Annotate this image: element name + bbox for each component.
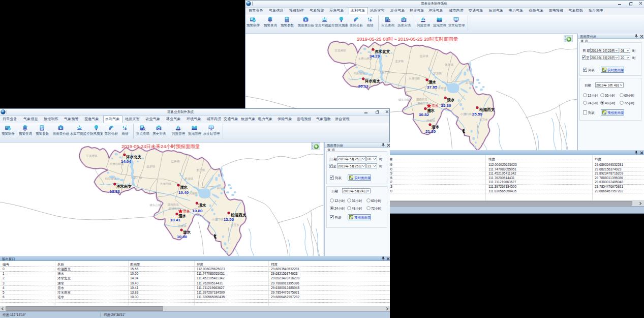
svg-text:如东镇: 如东镇	[466, 81, 474, 84]
svg-text:澴水: 澴水	[446, 98, 455, 102]
svg-text:码头铺镇: 码头铺镇	[354, 72, 365, 75]
svg-text:道水: 道水	[182, 230, 191, 235]
svg-text:松滋西支: 松滋西支	[230, 213, 247, 217]
svg-text:盐井镇: 盐井镇	[420, 54, 428, 57]
svg-text:梦溪镇: 梦溪镇	[185, 177, 193, 181]
svg-text:10.40: 10.40	[178, 190, 189, 195]
svg-text:金罗镇: 金罗镇	[146, 165, 155, 168]
svg-text:澧西街道: 澧西街道	[167, 203, 179, 207]
svg-text:澧南镇: 澧南镇	[426, 119, 435, 123]
svg-text:37.05: 37.05	[427, 85, 438, 90]
svg-text:35.30: 35.30	[441, 103, 451, 108]
svg-text:复兴镇: 复兴镇	[196, 168, 205, 172]
svg-text:松滋西支: 松滋西支	[479, 107, 495, 112]
svg-text:金罗镇: 金罗镇	[395, 60, 404, 63]
svg-text:34.29: 34.29	[370, 54, 380, 59]
svg-text:10.41: 10.41	[170, 218, 181, 222]
svg-text:2019-05-25 08时～2019-05-25 20时实: 2019-05-25 08时～2019-05-25 20时实时面雨量	[357, 36, 458, 42]
svg-text:王家厂镇: 王家厂镇	[379, 71, 391, 74]
svg-text:澧西街道: 澧西街道	[416, 98, 428, 101]
svg-text:梦溪镇: 梦溪镇	[433, 72, 442, 75]
svg-text:26.13: 26.13	[358, 84, 369, 89]
svg-text:大堰垱镇: 大堰垱镇	[409, 77, 420, 80]
svg-text:15.56: 15.56	[224, 217, 234, 222]
svg-text:城头山镇: 城头山镇	[397, 98, 410, 101]
svg-text:小渡口镇: 小渡口镇	[460, 112, 472, 116]
svg-text:14.04: 14.04	[121, 159, 132, 164]
svg-text:10.80: 10.80	[192, 209, 203, 213]
svg-text:澧浦街道: 澧浦街道	[417, 102, 429, 105]
svg-text:30.82: 30.82	[419, 112, 430, 117]
svg-text:漂水: 漂水	[179, 185, 188, 190]
svg-text:大堰垱镇: 大堰垱镇	[160, 182, 172, 185]
svg-text:澴水: 澴水	[198, 203, 206, 208]
svg-text:13.83: 13.83	[110, 189, 120, 194]
svg-text:码头铺镇: 码头铺镇	[105, 177, 117, 181]
svg-text:涔水北支: 涔水北支	[126, 155, 142, 159]
svg-text:城头山镇: 城头山镇	[149, 204, 161, 207]
svg-text:王家厂镇: 王家厂镇	[131, 176, 142, 179]
svg-text:10.00: 10.00	[177, 235, 188, 239]
svg-text:小渡口镇: 小渡口镇	[211, 218, 224, 221]
svg-text:涔南镇: 涔南镇	[189, 192, 198, 195]
svg-text:宜万乡: 宜万乡	[231, 223, 239, 226]
svg-text:漂水: 漂水	[428, 80, 437, 84]
svg-text:盐井镇: 盐井镇	[171, 160, 180, 163]
svg-text:如东镇: 如东镇	[217, 186, 226, 190]
svg-text:澧县: 澧县	[432, 104, 439, 107]
svg-text:21.20: 21.20	[425, 129, 436, 134]
svg-text:澧县: 澧县	[183, 209, 190, 213]
svg-text:道水: 道水	[431, 125, 440, 129]
svg-text:25.59: 25.59	[472, 112, 483, 117]
svg-text:涔水南支: 涔水南支	[365, 79, 381, 83]
svg-text:2019-05-24日未来24小时预报面雨量: 2019-05-24日未来24小时预报面雨量	[121, 143, 200, 149]
svg-text:涔水南支: 涔水南支	[116, 184, 132, 189]
svg-text:复兴镇: 复兴镇	[445, 63, 453, 67]
svg-text:澧浦街道: 澧浦街道	[168, 207, 180, 211]
svg-text:甘溪滩镇: 甘溪滩镇	[86, 154, 98, 158]
svg-text:涔南镇: 涔南镇	[438, 86, 446, 90]
svg-text:涔水北支: 涔水北支	[375, 49, 390, 54]
svg-text:甘溪滩镇: 甘溪滩镇	[334, 49, 346, 52]
svg-text:宜万乡: 宜万乡	[479, 118, 488, 121]
svg-text:澧南镇: 澧南镇	[177, 224, 187, 228]
